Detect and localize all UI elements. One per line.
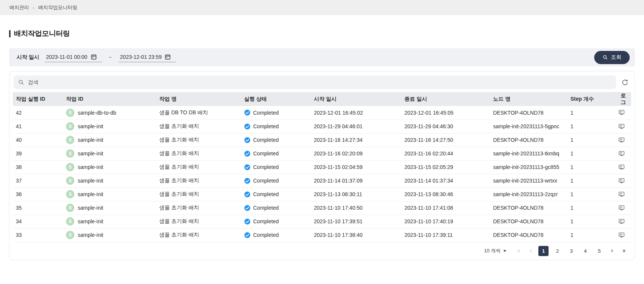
view-log-button[interactable] xyxy=(617,231,626,239)
breadcrumb-item-batch-job-monitoring[interactable]: 배치작업모니터링 xyxy=(38,4,77,11)
view-log-button[interactable] xyxy=(617,217,626,226)
status-cell: Completed xyxy=(241,133,311,147)
query-button[interactable]: 조회 xyxy=(594,51,630,64)
job-id-text: sample-init xyxy=(78,205,103,211)
table-row[interactable]: 41 S sample-init 샘플 초기화 배치 xyxy=(13,120,631,133)
exec-id-cell: 41 xyxy=(13,120,63,133)
start-time-cell: 2023-11-10 17:39:51 xyxy=(311,215,401,228)
table-row[interactable]: 38 S sample-init 샘플 초기화 배치 xyxy=(13,160,631,174)
job-name-cell: 샘플 초기화 배치 xyxy=(156,228,241,242)
view-log-button[interactable] xyxy=(617,136,626,144)
refresh-button[interactable] xyxy=(619,77,630,88)
table-search-input[interactable] xyxy=(28,79,612,85)
table-row[interactable]: 35 S sample-init 샘플 초기화 배치 xyxy=(13,201,631,215)
job-badge-icon: S xyxy=(66,136,74,144)
end-datetime-field[interactable] xyxy=(118,52,176,62)
job-name-cell: 샘플 초기화 배치 xyxy=(156,187,241,201)
view-log-button[interactable] xyxy=(617,190,626,198)
view-log-button[interactable] xyxy=(617,122,626,130)
exec-id-cell: 39 xyxy=(13,147,63,160)
start-time-cell: 2023-11-16 02:20:09 xyxy=(311,147,401,160)
job-id-cell: S sample-init xyxy=(63,215,156,228)
column-header-job-id: 작업 ID xyxy=(63,92,156,106)
job-executions-table: 작업 실행 ID 작업 ID 작업 명 실행 상태 시작 일시 종료 일시 노드… xyxy=(13,92,631,242)
job-id-text: sample-init xyxy=(78,164,103,170)
start-time-cell: 2023-11-14 01:37:09 xyxy=(311,174,401,187)
status-cell: Completed xyxy=(241,215,311,228)
calendar-icon[interactable] xyxy=(164,54,171,60)
page-size-select[interactable]: 10 개씩 xyxy=(484,247,506,254)
node-name-cell: sample-init-20231113-tkmbq xyxy=(490,147,567,160)
start-time-cell: 2023-11-16 14:27:34 xyxy=(311,133,401,147)
chevron-right-icon xyxy=(609,248,615,253)
log-cell xyxy=(613,174,631,187)
calendar-icon[interactable] xyxy=(91,54,97,60)
table-row[interactable]: 36 S sample-init 샘플 초기화 배치 xyxy=(13,187,631,201)
log-cell xyxy=(613,147,631,160)
step-count-cell: 1 xyxy=(567,106,613,120)
first-page-button[interactable] xyxy=(515,246,524,256)
start-datetime-input[interactable] xyxy=(46,54,91,60)
view-log-button[interactable] xyxy=(617,108,626,117)
job-id-text: sample-init xyxy=(78,218,103,224)
start-datetime-field[interactable] xyxy=(45,52,102,62)
page-number[interactable]: 1 xyxy=(538,246,549,256)
page-number[interactable]: 3 xyxy=(566,246,576,256)
log-cell xyxy=(613,201,631,215)
view-log-button[interactable] xyxy=(617,177,626,185)
job-badge-icon: S xyxy=(66,231,74,239)
end-datetime-input[interactable] xyxy=(120,54,164,60)
log-console-icon xyxy=(618,204,625,211)
step-count-cell: 1 xyxy=(567,147,613,160)
status-cell: Completed xyxy=(241,174,311,187)
job-badge-icon: S xyxy=(66,217,74,226)
page-number[interactable]: 4 xyxy=(580,246,590,256)
table-search-field[interactable] xyxy=(14,75,616,89)
end-time-cell: 2023-11-13 08:30:46 xyxy=(401,187,490,201)
prev-page-button[interactable] xyxy=(526,246,536,256)
status-cell: Completed xyxy=(241,147,311,160)
page-number[interactable]: 5 xyxy=(594,246,604,256)
exec-id-cell: 40 xyxy=(13,133,63,147)
view-log-button[interactable] xyxy=(617,149,626,158)
filter-bar: 시작 일시 ~ 조회 xyxy=(9,48,635,66)
view-log-button[interactable] xyxy=(617,204,626,212)
status-label: Completed xyxy=(253,137,279,143)
job-id-cell: S sample-db-to-db xyxy=(63,106,156,120)
node-name-cell: DESKTOP-4OLND78 xyxy=(490,201,567,215)
job-name-cell: 샘플 초기화 배치 xyxy=(156,174,241,187)
job-badge-icon: S xyxy=(66,109,74,117)
status-cell: Completed xyxy=(241,106,311,120)
table-row[interactable]: 39 S sample-init 샘플 초기화 배치 xyxy=(13,147,631,160)
end-time-cell: 2023-11-29 04:46:30 xyxy=(401,120,490,133)
check-circle-icon xyxy=(244,164,251,170)
job-id-cell: S sample-init xyxy=(63,147,156,160)
log-cell xyxy=(613,160,631,174)
table-row[interactable]: 33 S sample-init 샘플 초기화 배치 xyxy=(13,228,631,242)
log-cell xyxy=(613,187,631,201)
last-page-button[interactable] xyxy=(618,246,628,256)
view-log-button[interactable] xyxy=(617,163,626,171)
log-console-icon xyxy=(618,177,625,184)
page-title: 배치작업모니터링 xyxy=(14,29,70,38)
table-row[interactable]: 42 S sample-db-to-db 샘플 DB TO DB 배치 xyxy=(13,106,631,120)
query-button-label: 조회 xyxy=(611,54,621,61)
start-time-cell: 2023-11-29 04:46:01 xyxy=(311,120,401,133)
exec-id-cell: 36 xyxy=(13,187,63,201)
breadcrumb-item-batch-management[interactable]: 배치관리 xyxy=(9,4,29,11)
log-console-icon xyxy=(618,191,625,198)
status-label: Completed xyxy=(253,164,279,170)
end-time-cell: 2023-11-16 14:27:50 xyxy=(401,133,490,147)
next-page-button[interactable] xyxy=(607,246,617,256)
table-row[interactable]: 37 S sample-init 샘플 초기화 배치 xyxy=(13,174,631,187)
table-row[interactable]: 40 S sample-init 샘플 초기화 배치 xyxy=(13,133,631,147)
table-row[interactable]: 34 S sample-init 샘플 초기화 배치 xyxy=(13,215,631,228)
column-header-log: 로그 xyxy=(613,92,631,106)
results-card: 작업 실행 ID 작업 ID 작업 명 실행 상태 시작 일시 종료 일시 노드… xyxy=(9,71,635,260)
column-header-steps: Step 개수 xyxy=(567,92,613,106)
check-circle-icon xyxy=(244,205,251,211)
job-badge-icon: S xyxy=(66,204,74,212)
log-console-icon xyxy=(618,123,625,130)
job-id-cell: S sample-init xyxy=(63,187,156,201)
page-number[interactable]: 2 xyxy=(552,246,563,256)
